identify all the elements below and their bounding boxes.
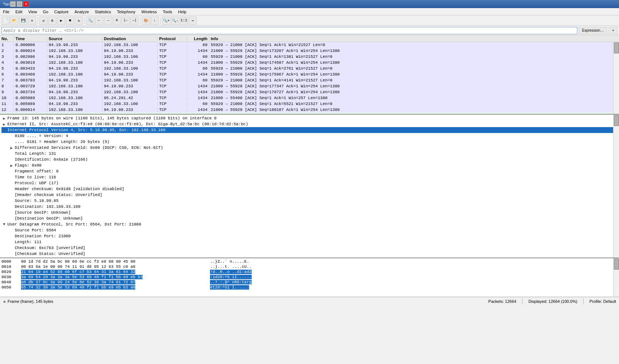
menu-item-edit[interactable]: Edit [13, 8, 25, 15]
toolbar-new[interactable]: 📄 [1, 17, 10, 25]
toolbar-go-back[interactable]: ← [95, 17, 103, 25]
detail-text: Checksum: 0xc7b3 [unverified] [15, 246, 85, 250]
cell-info: 55929 → 21000 [ACK] Seq=1 Ack=4141 Win=2… [209, 78, 619, 83]
table-row[interactable]: 11 0.005989 94.19.98.233 192.168.33.100 … [0, 101, 619, 107]
menu-item-statistics[interactable]: Statistics [92, 8, 114, 15]
detail-line: Source Port: 6564 [1, 227, 618, 233]
expand-arrow: ▼ [3, 128, 7, 132]
menu-item-telephony[interactable]: Telephony [114, 8, 138, 15]
detail-line[interactable]: ▶Differentiated Services Field: 0x00 (DS… [1, 145, 618, 151]
col-header-info[interactable]: Info [209, 36, 619, 41]
cell-info: 21000 → 55929 [ACK] Seq=173207 Ack=1 Win… [209, 49, 619, 53]
hex-ascii: ..j...t. ....cU.. [210, 265, 251, 269]
detail-line[interactable]: ▼User Datagram Protocol, Src Port: 6564,… [1, 221, 618, 227]
toolbar-close[interactable]: ✕ [28, 17, 36, 25]
toolbar-zoom-out[interactable]: 🔍- [171, 17, 179, 25]
col-header-proto[interactable]: Protocol [158, 36, 187, 41]
packets-count: Packets: 12664 [488, 299, 516, 304]
cell-dst: 192.168.33.100 [102, 66, 158, 71]
detail-vscroll-thumb[interactable] [614, 115, 619, 126]
toolbar-first[interactable]: |← [122, 17, 130, 25]
detail-line[interactable]: ▶Frame 13: 145 bytes on wire (1160 bits)… [1, 115, 618, 121]
table-row[interactable]: 7 0.003703 94.19.98.233 192.168.33.100 T… [0, 77, 619, 83]
detail-line[interactable]: ▶Ethernet II, Src: AsustekC_cc:f3:e8 (08… [1, 121, 618, 127]
toolbar-zoom-in[interactable]: 🔍+ [162, 17, 170, 25]
toolbar-autoscroll[interactable]: ↓ [151, 17, 159, 25]
detail-text: [Destination GeoIP: Unknown] [15, 216, 83, 221]
table-row[interactable]: 4 0.003019 192.168.33.100 94.19.98.233 T… [0, 60, 619, 66]
toolbar-save[interactable]: 💾 [19, 17, 27, 25]
toolbar-zoom-normal[interactable]: 1:1 [180, 17, 188, 25]
col-header-src[interactable]: Source [47, 36, 102, 41]
vscroll-thumb[interactable] [614, 42, 619, 53]
detail-text: 0100 .... = Version: 4 [15, 134, 68, 138]
filter-bar: Expression… + [0, 26, 619, 35]
cell-info: 55929 → 21000 [ACK] Seq=1 Ack=5521 Win=2… [209, 102, 619, 106]
toolbar-goto-packet[interactable]: # [113, 17, 121, 25]
frame-info: Frame (frame), 145 bytes [7, 299, 53, 304]
toolbar-start[interactable]: ▶ [57, 17, 65, 25]
table-row[interactable]: 3 0.002996 94.19.98.233 192.168.33.100 T… [0, 54, 619, 60]
cell-proto: TCP [158, 84, 187, 88]
cell-proto: TCP [158, 96, 187, 100]
table-row[interactable]: 1 0.000000 94.19.98.233 192.168.33.100 T… [0, 42, 619, 48]
toolbar-last[interactable]: →| [130, 17, 139, 25]
cell-len: 60 [187, 43, 209, 47]
cell-dst: 95.24.201.42 [102, 96, 158, 100]
menu-item-analyze[interactable]: Analyze [71, 8, 92, 15]
detail-line: Destination: 192.168.33.100 [1, 204, 618, 210]
menu-item-file[interactable]: File [0, 8, 13, 15]
col-header-time[interactable]: Time [14, 36, 47, 41]
expression-button[interactable]: Expression… [579, 27, 607, 34]
add-filter-button[interactable]: + [609, 27, 618, 34]
menu-item-help[interactable]: Help [175, 8, 189, 15]
menu-item-wireless[interactable]: Wireless [139, 8, 160, 15]
cell-no: 7 [0, 78, 14, 83]
minimize-button[interactable]: ─ [10, 1, 16, 7]
table-row[interactable]: 6 0.003460 192.168.33.100 94.19.98.233 T… [0, 71, 619, 77]
toolbar-colorize[interactable]: 🎨 [142, 17, 150, 25]
toolbar-reload[interactable]: ↺ [39, 17, 48, 25]
menu-item-capture[interactable]: Capture [51, 8, 71, 15]
detail-text: Flags: 0x00 [15, 163, 42, 168]
close-button[interactable]: ✕ [23, 1, 29, 7]
toolbar-go-fwd[interactable]: → [104, 17, 112, 25]
cell-src: 192.168.33.100 [47, 72, 102, 77]
cell-dst: 192.168.33.100 [102, 43, 158, 47]
toolbar-restart[interactable]: ↻ [75, 17, 83, 25]
menu-item-tools[interactable]: Tools [160, 8, 175, 15]
detail-line: Protocol: UDP (17) [1, 180, 618, 186]
filter-input[interactable] [1, 27, 577, 34]
cell-info: 21000 → 55929 [ACK] Seq=180107 Ack=1 Win… [209, 108, 619, 112]
title-bar-controls: ─ □ ✕ [10, 1, 29, 7]
toolbar-open[interactable]: 📂 [10, 17, 18, 25]
status-separator2 [583, 298, 584, 304]
cell-src: 192.168.33.100 [47, 49, 102, 53]
toolbar-resize-cols[interactable]: ⇔ [189, 17, 197, 25]
maximize-button[interactable]: □ [17, 1, 22, 7]
col-header-len[interactable]: Length [187, 36, 209, 41]
hex-vscrollbar[interactable] [613, 258, 619, 297]
menu-item-view[interactable]: View [25, 8, 40, 15]
table-row[interactable]: 12 0.006014 192.168.33.100 94.19.98.233 … [0, 107, 619, 113]
detail-line[interactable]: ▼Internet Protocol Version 4, Src: 5.18.… [1, 127, 618, 133]
toolbar-capture-opts[interactable]: ⚙ [48, 17, 56, 25]
menu-item-go[interactable]: Go [40, 8, 51, 15]
cell-src: 94.19.98.233 [47, 78, 102, 83]
table-row[interactable]: 8 0.003729 192.168.33.100 94.19.98.233 T… [0, 83, 619, 89]
toolbar-find[interactable]: 🔍 [86, 17, 94, 25]
cell-src: 94.19.98.233 [47, 90, 102, 94]
toolbar-stop[interactable]: ■ [66, 17, 74, 25]
table-row[interactable]: 10 0.005089 192.168.33.100 95.24.201.42 … [0, 95, 619, 101]
col-header-dst[interactable]: Destination [102, 36, 158, 41]
detail-line[interactable]: ▶Flags: 0x00 [1, 162, 618, 168]
detail-vscrollbar[interactable] [613, 115, 619, 258]
cell-info: 55929 → 21000 [ACK] Seq=1 Ack=1381 Win=2… [209, 55, 619, 59]
vertical-scrollbar[interactable] [613, 42, 619, 114]
col-header-no[interactable]: No. [0, 36, 14, 41]
hex-vscroll-thumb[interactable] [614, 259, 619, 270]
table-row[interactable]: 9 0.003734 94.19.98.233 192.168.33.100 T… [0, 89, 619, 95]
table-row[interactable]: 2 0.000024 192.168.33.100 94.19.98.233 T… [0, 48, 619, 54]
hex-offset: 0030 [1, 275, 16, 279]
table-row[interactable]: 5 0.003433 94.19.98.233 192.168.33.100 T… [0, 66, 619, 71]
